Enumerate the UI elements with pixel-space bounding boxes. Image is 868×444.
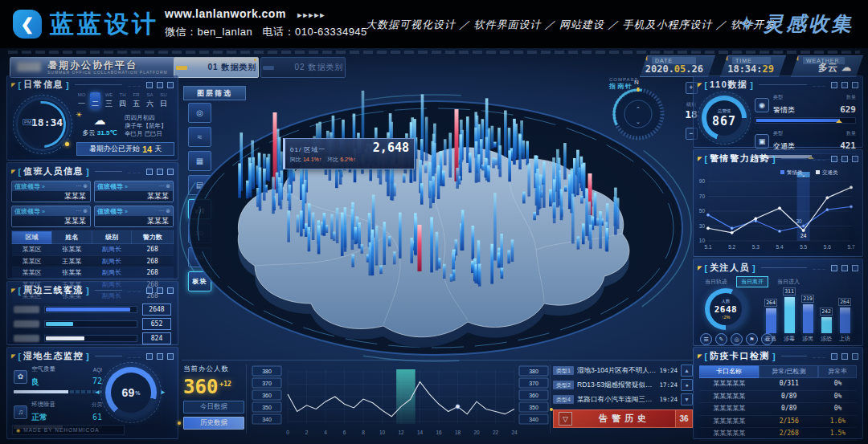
more-icon[interactable]: ⋯ bbox=[76, 208, 81, 214]
up-arrow-icon[interactable]: ▲ bbox=[681, 365, 693, 377]
history-data-button[interactable]: 历史数据 bbox=[183, 417, 244, 430]
checkpoint-row[interactable]: 某某某某某2/1561.6% bbox=[699, 416, 857, 429]
flow-bars: 2648652824 bbox=[7, 302, 178, 345]
panel-title-bar: ◤[值班人员信息]‥‥‥ bbox=[7, 163, 178, 178]
list-icon[interactable]: ☰ bbox=[700, 333, 712, 345]
window-icon[interactable] bbox=[157, 82, 163, 88]
panel-title-bar: ◤[110数据]‥‥‥ bbox=[694, 76, 862, 92]
svg-text:2: 2 bbox=[305, 430, 309, 435]
duty-leader-cards: 值班领导»⋯⊗某某某值班领导»⋯⊗某某某值班领导»⋯⊗某某某值班领导»⋯⊗某某某 bbox=[7, 178, 178, 230]
expand-icon[interactable] bbox=[167, 353, 174, 360]
window-icon[interactable] bbox=[157, 169, 163, 175]
focus-bar-chart: 264在逃311涉毒219涉黑242涉恐264上访 bbox=[758, 280, 858, 343]
collapse-icon[interactable] bbox=[146, 82, 153, 88]
more-icon[interactable]: ⋯ bbox=[158, 208, 164, 214]
svg-text:⌄: ⌄ bbox=[636, 119, 641, 124]
collapse-icon[interactable] bbox=[831, 156, 837, 162]
collapse-icon[interactable] bbox=[831, 353, 837, 360]
down-arrow-icon[interactable]: ▼ bbox=[681, 393, 693, 405]
panel-title-bar: ◤[关注人员]‥‥‥ bbox=[694, 259, 862, 275]
platform-subtitle: SUMMER OFFICE COLLABORATION PLATFORM bbox=[47, 70, 178, 75]
logo-text: 蓝蓝设计 bbox=[50, 8, 159, 41]
focus-tab-0[interactable]: 当日轨迹 bbox=[700, 276, 732, 287]
collapse-icon[interactable] bbox=[831, 82, 837, 88]
window-icon[interactable] bbox=[841, 156, 848, 162]
bottom-divider bbox=[182, 360, 693, 360]
collapse-icon[interactable] bbox=[146, 353, 153, 360]
window-icon[interactable] bbox=[157, 353, 163, 360]
checkpoint-row[interactable]: 某某某某某0/890% bbox=[699, 391, 857, 404]
weather-block: ☀☁ 多云 31.5℃ bbox=[81, 113, 118, 137]
website-link[interactable]: www.lanlanwork.com bbox=[165, 7, 286, 20]
expand-icon[interactable] bbox=[167, 287, 174, 294]
flow-value: 824 bbox=[142, 332, 171, 344]
edit-icon[interactable]: ✎ bbox=[715, 333, 727, 345]
duty-leader-card[interactable]: 值班领导»⋯⊗某某某 bbox=[94, 206, 174, 227]
svg-text:5.4: 5.4 bbox=[776, 244, 783, 250]
svg-text:24: 24 bbox=[511, 430, 518, 435]
analog-clock: PM 18:34 bbox=[12, 94, 72, 153]
svg-text:10: 10 bbox=[379, 430, 386, 435]
expand-icon[interactable] bbox=[852, 265, 858, 271]
noise-icon: ♫ bbox=[14, 405, 27, 419]
clock-period: PM bbox=[23, 119, 33, 125]
more-icon[interactable]: ⋯ bbox=[76, 183, 81, 189]
svg-text:4: 4 bbox=[324, 430, 327, 435]
window-icon[interactable] bbox=[841, 265, 848, 271]
expand-icon[interactable] bbox=[167, 169, 174, 175]
gauge-right-chevron-icon[interactable]: ► bbox=[160, 389, 166, 396]
table-row[interactable]: 某某区张某某副局长268 bbox=[12, 267, 174, 279]
flag-icon[interactable]: ⚑ bbox=[746, 333, 758, 345]
duty-leader-card[interactable]: 值班领导»⋯⊗某某某 bbox=[11, 181, 91, 202]
window-icon[interactable] bbox=[157, 287, 163, 294]
focus-bar-column: 242涉恐 bbox=[820, 308, 833, 343]
expand-icon[interactable] bbox=[852, 156, 858, 162]
collapse-icon[interactable] bbox=[146, 287, 153, 294]
close-icon[interactable]: ⊗ bbox=[166, 208, 170, 214]
expand-icon[interactable] bbox=[852, 82, 858, 88]
corner-mark-icon: ◤ bbox=[11, 82, 15, 88]
alert-row[interactable]: 类型4某路口有小汽车连闯三个红灯19:24▼ bbox=[553, 393, 693, 405]
svg-text:18: 18 bbox=[455, 430, 461, 435]
checkpoint-header: 卡口名称异常/已检测异常率 bbox=[699, 365, 857, 378]
duty-leader-card[interactable]: 值班领导»⋯⊗某某某 bbox=[11, 206, 91, 227]
target-icon[interactable]: ◎ bbox=[731, 333, 743, 345]
dot-icon[interactable]: ● bbox=[681, 379, 693, 391]
checkpoint-row[interactable]: 某某某某某0/890% bbox=[699, 403, 857, 416]
close-icon[interactable]: ⊗ bbox=[166, 183, 170, 189]
checkpoint-row[interactable]: 某某某某某0/3110% bbox=[699, 378, 857, 391]
expand-icon[interactable] bbox=[852, 353, 858, 360]
gauge-left-chevron-icon[interactable]: ◄ bbox=[94, 389, 100, 396]
panel-title-bar: ◤[周边三线客流]‥‥‥ bbox=[7, 282, 178, 297]
alert-row[interactable]: 类型1湿地3-104片区有不明人员闯入19:24▲ bbox=[553, 365, 693, 377]
record-icon: ◉ bbox=[16, 427, 20, 433]
corner-mark-icon: ◤ bbox=[698, 82, 702, 88]
redacted-label bbox=[14, 335, 39, 342]
collapse-icon[interactable] bbox=[831, 265, 837, 271]
table-row[interactable]: 某某区张某某副局长268 bbox=[12, 244, 174, 256]
collapse-icon[interactable] bbox=[146, 169, 153, 175]
more-icon[interactable]: ⋯ bbox=[158, 183, 164, 189]
alert-history-banner[interactable]: ▽ 告警历史 36 bbox=[553, 410, 693, 427]
panel-title-bar: ◤[防疫卡口检测]‥‥‥ bbox=[694, 348, 862, 363]
expand-icon[interactable] bbox=[167, 82, 174, 88]
eco-monitor-panel: ◤[湿地生态监控]‥‥‥ ✿空气质量良AQI72♫环境噪音正常分贝61 69% … bbox=[6, 347, 178, 439]
close-icon[interactable]: ⊗ bbox=[83, 208, 88, 214]
close-icon[interactable]: ⊗ bbox=[83, 183, 88, 189]
window-icon[interactable] bbox=[841, 82, 848, 88]
corner-mark-icon: ◤ bbox=[698, 265, 702, 271]
inspiration-collect[interactable]: ✧ 灵感收集 bbox=[739, 10, 854, 37]
panel-title-bar: ◤[湿地生态监控]‥‥‥ bbox=[7, 348, 178, 363]
cloud-icon: ☁ bbox=[94, 113, 106, 127]
table-row[interactable]: 某某区王某某副局长268 bbox=[12, 255, 174, 267]
checkpoint-row[interactable]: 某某某某某2/2681.5% bbox=[699, 428, 857, 441]
weekday-cell: MO一 bbox=[76, 92, 87, 109]
flow-bar-row: 2648 bbox=[7, 302, 178, 316]
time-display: ◥TIME 18:34:29 bbox=[720, 55, 786, 77]
alert-row[interactable]: 类型2RD13-53烟感报警疑似火灾17:24● bbox=[553, 379, 693, 391]
window-icon[interactable] bbox=[841, 353, 848, 360]
focus-bar-column: 311涉毒 bbox=[783, 287, 796, 343]
traffic-bus-icon: ▣ bbox=[755, 134, 769, 149]
duty-leader-card[interactable]: 值班领导»⋯⊗某某某 bbox=[94, 181, 174, 202]
today-data-button[interactable]: 今日数据 bbox=[183, 401, 244, 413]
